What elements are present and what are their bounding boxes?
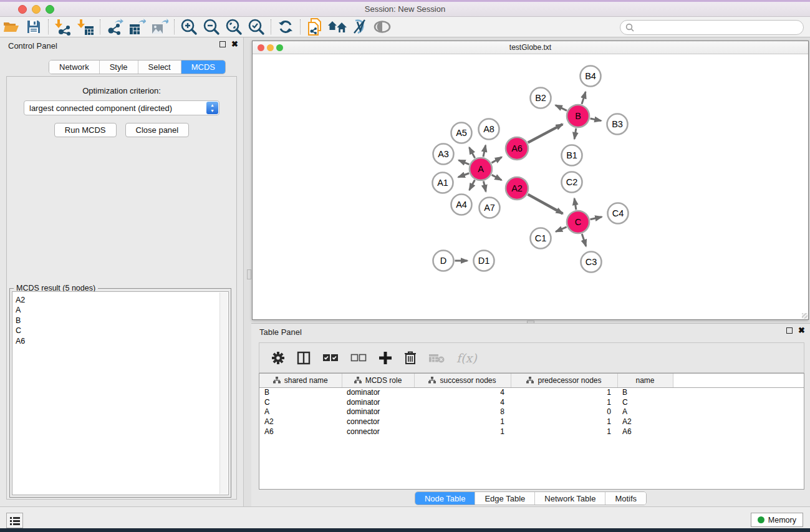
tab-node-table[interactable]: Node Table: [415, 492, 475, 505]
tab-network-table[interactable]: Network Table: [534, 492, 605, 505]
graph-node-label: B3: [612, 119, 623, 129]
optimization-criterion-label: Optimization criterion:: [7, 86, 236, 95]
tab-style[interactable]: Style: [99, 60, 138, 74]
task-history-button[interactable]: [6, 513, 23, 528]
tab-mcds[interactable]: MCDS: [181, 60, 225, 74]
float-panel-icon[interactable]: [786, 327, 793, 334]
network-window-titlebar[interactable]: testGlobe.txt: [253, 41, 808, 54]
column-header-mcds-role[interactable]: MCDS role: [342, 374, 414, 387]
node-table[interactable]: shared name MCDS role successor nodes pr…: [259, 373, 804, 490]
table-row[interactable]: A6connector 11 A6: [259, 427, 804, 437]
import-table-icon: [77, 18, 94, 36]
export-table-button[interactable]: [126, 17, 148, 36]
graph-edge[interactable]: [492, 175, 502, 180]
toggle-columns-icon[interactable]: [297, 351, 311, 365]
list-item[interactable]: A: [16, 305, 228, 315]
mcds-result-list[interactable]: A2 A B C A6: [12, 291, 229, 495]
graph-edge[interactable]: [470, 180, 475, 190]
memory-button[interactable]: Memory: [751, 513, 803, 527]
close-panel-icon[interactable]: ✖: [798, 327, 805, 334]
table-row[interactable]: A2connector 11 A2: [259, 417, 804, 427]
table-row[interactable]: Bdominator 41 B: [259, 387, 804, 397]
column-header-shared-name[interactable]: shared name: [259, 374, 342, 387]
list-item[interactable]: B: [16, 316, 228, 326]
zoom-in-button[interactable]: [178, 17, 200, 36]
graph-edge[interactable]: [582, 92, 586, 104]
export-network-button[interactable]: [104, 17, 126, 36]
splitter-collapse-handle[interactable]: [247, 269, 251, 279]
first-neighbors-houses-icon: [327, 19, 347, 35]
network-column-icon: [273, 377, 281, 384]
app-titlebar[interactable]: Session: New Session: [0, 2, 810, 17]
graph-node-label: A7: [484, 203, 495, 213]
run-mcds-button[interactable]: Run MCDS: [54, 123, 117, 137]
eye-icon: [373, 19, 392, 34]
zoom-fit-button[interactable]: [223, 17, 245, 36]
close-panel-button[interactable]: Close panel: [125, 123, 190, 137]
save-session-button[interactable]: [22, 17, 45, 36]
list-item[interactable]: A2: [16, 295, 228, 305]
delete-trash-icon[interactable]: [404, 351, 417, 365]
column-header-predecessor-nodes[interactable]: predecessor nodes: [511, 374, 617, 387]
export-image-button[interactable]: [148, 17, 171, 36]
graph-edge[interactable]: [528, 124, 563, 143]
list-item[interactable]: C: [16, 326, 228, 336]
graph-edge[interactable]: [582, 234, 586, 246]
deselect-all-icon[interactable]: [350, 354, 367, 362]
graph-edge[interactable]: [528, 195, 563, 214]
graph-edge[interactable]: [591, 118, 601, 121]
new-network-from-selection-button[interactable]: [304, 17, 326, 36]
graph-edge[interactable]: [574, 198, 576, 210]
table-panel: Table Panel ✖: [251, 323, 810, 506]
graph-edge[interactable]: [574, 128, 576, 139]
search-field[interactable]: [620, 20, 804, 35]
graph-edge[interactable]: [491, 157, 501, 163]
open-session-button[interactable]: [0, 17, 22, 36]
graph-edge[interactable]: [458, 173, 469, 177]
zoom-out-button[interactable]: [200, 17, 223, 36]
graph-edge[interactable]: [591, 217, 602, 220]
graph-node-label: C3: [586, 257, 597, 267]
graph-edge[interactable]: [459, 160, 470, 165]
criterion-selected-value: largest connected component (directed): [29, 104, 172, 113]
add-column-plus-icon[interactable]: [378, 351, 392, 365]
tab-edge-table[interactable]: Edge Table: [475, 492, 534, 505]
first-neighbors-button[interactable]: [326, 17, 349, 36]
table-row[interactable]: Cdominator 41 C: [259, 397, 804, 407]
column-header-successor-nodes[interactable]: successor nodes: [414, 374, 511, 387]
export-table-icon: [128, 18, 146, 36]
hide-selected-button[interactable]: [371, 17, 393, 36]
graph-edge[interactable]: [556, 227, 566, 232]
tab-network[interactable]: Network: [49, 60, 99, 74]
control-panel: Control Panel ✖ Network Style Select MCD…: [0, 37, 244, 506]
delete-table-icon[interactable]: [428, 352, 445, 364]
import-table-button[interactable]: [74, 17, 97, 36]
import-network-button[interactable]: [52, 17, 74, 36]
column-filler: [673, 374, 804, 387]
tab-motifs[interactable]: Motifs: [605, 492, 646, 505]
graph-edge[interactable]: [469, 147, 475, 158]
zoom-selected-button[interactable]: [245, 17, 268, 36]
export-image-icon: [151, 18, 168, 36]
tab-select[interactable]: Select: [138, 60, 181, 74]
column-header-name[interactable]: name: [617, 374, 673, 387]
graphics-details-button[interactable]: [349, 17, 371, 36]
search-input[interactable]: [634, 23, 803, 32]
graph-edge[interactable]: [483, 145, 486, 157]
criterion-select[interactable]: largest connected component (directed) ▲…: [24, 100, 219, 115]
select-all-icon[interactable]: [322, 354, 339, 362]
apply-layout-button[interactable]: [274, 17, 297, 36]
resize-grip-icon[interactable]: [802, 313, 808, 319]
graph-node-label: A3: [438, 149, 449, 159]
function-builder-fx-icon[interactable]: f(x): [456, 351, 477, 365]
graph-edge[interactable]: [483, 181, 486, 192]
list-item[interactable]: A6: [16, 336, 228, 346]
scrollbar[interactable]: [219, 293, 228, 494]
graph-edge[interactable]: [556, 105, 567, 111]
network-graph[interactable]: B4B2BB3A8A5A6A3B1AC2A1A2A4A7C4CC1DD1C3: [253, 54, 808, 319]
close-panel-icon[interactable]: ✖: [231, 41, 238, 47]
network-canvas[interactable]: B4B2BB3A8A5A6A3B1AC2A1A2A4A7C4CC1DD1C3: [253, 54, 808, 319]
table-settings-gear-icon[interactable]: [271, 351, 285, 365]
float-panel-icon[interactable]: [219, 41, 226, 47]
table-row[interactable]: Adominator 80 A: [259, 407, 804, 417]
